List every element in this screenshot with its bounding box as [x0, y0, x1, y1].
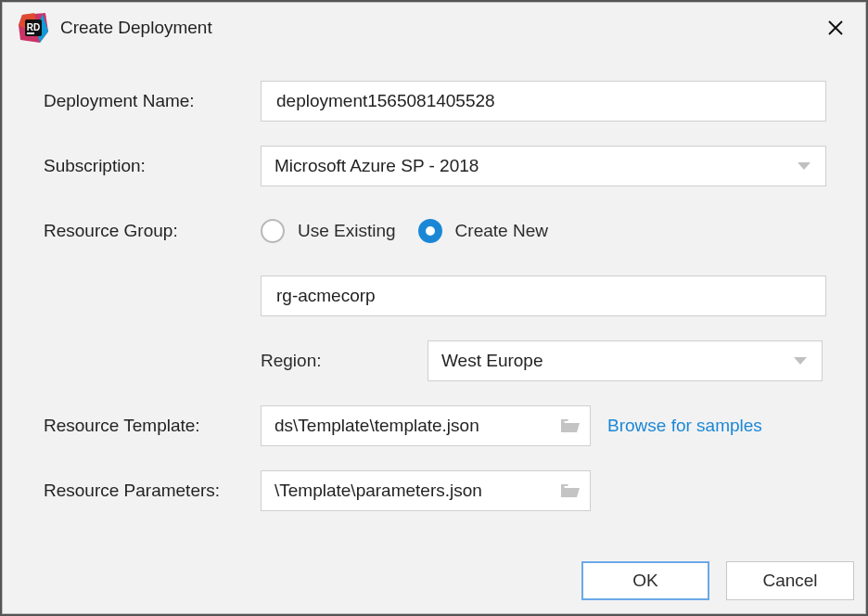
- subscription-value: Microsoft Azure SP - 2018: [274, 156, 798, 176]
- app-icon: RD: [18, 12, 49, 44]
- folder-open-icon: [560, 417, 581, 434]
- browse-template-button[interactable]: [556, 412, 584, 440]
- label-deployment-name: Deployment Name:: [44, 91, 257, 111]
- titlebar: RD Create Deployment: [3, 3, 865, 49]
- chevron-down-icon: [794, 357, 807, 365]
- label-subscription: Subscription:: [44, 156, 257, 176]
- subscription-select[interactable]: Microsoft Azure SP - 2018: [261, 146, 826, 186]
- region-select[interactable]: West Europe: [428, 340, 823, 381]
- resource-group-name-input[interactable]: [274, 276, 812, 315]
- parameters-path-input[interactable]: [273, 480, 556, 502]
- radio-create-new-label: Create New: [455, 221, 548, 241]
- deployment-name-input[interactable]: [274, 82, 812, 121]
- close-icon: [827, 19, 844, 36]
- dialog-buttons: OK Cancel: [3, 561, 865, 613]
- deployment-name-field[interactable]: [261, 81, 826, 122]
- template-path-field[interactable]: [261, 405, 591, 446]
- browse-parameters-button[interactable]: [556, 477, 584, 505]
- ok-button[interactable]: OK: [581, 561, 709, 600]
- label-resource-template: Resource Template:: [44, 416, 257, 436]
- resource-group-name-field[interactable]: [261, 276, 826, 316]
- parameters-path-field[interactable]: [261, 470, 591, 511]
- close-button[interactable]: [821, 13, 850, 43]
- create-deployment-dialog: RD Create Deployment Deployment Name: Su…: [2, 2, 866, 614]
- region-value: West Europe: [441, 351, 794, 371]
- radio-icon: [418, 219, 442, 243]
- form-body: Deployment Name: Subscription: Microsoft…: [3, 49, 865, 511]
- radio-icon: [261, 219, 285, 243]
- cancel-button[interactable]: Cancel: [726, 561, 854, 600]
- chevron-down-icon: [798, 162, 811, 170]
- radio-use-existing-label: Use Existing: [298, 221, 396, 241]
- template-path-input[interactable]: [273, 415, 556, 437]
- folder-open-icon: [560, 482, 581, 499]
- label-region: Region:: [261, 351, 372, 371]
- dialog-title: Create Deployment: [60, 18, 810, 38]
- resource-group-mode: Use Existing Create New: [261, 211, 832, 251]
- label-resource-parameters: Resource Parameters:: [44, 481, 257, 501]
- svg-text:RD: RD: [27, 22, 40, 32]
- browse-samples-link[interactable]: Browse for samples: [607, 416, 762, 436]
- radio-create-new[interactable]: Create New: [418, 219, 548, 243]
- radio-use-existing[interactable]: Use Existing: [261, 219, 396, 243]
- svg-rect-5: [27, 32, 34, 34]
- label-resource-group: Resource Group:: [44, 221, 257, 241]
